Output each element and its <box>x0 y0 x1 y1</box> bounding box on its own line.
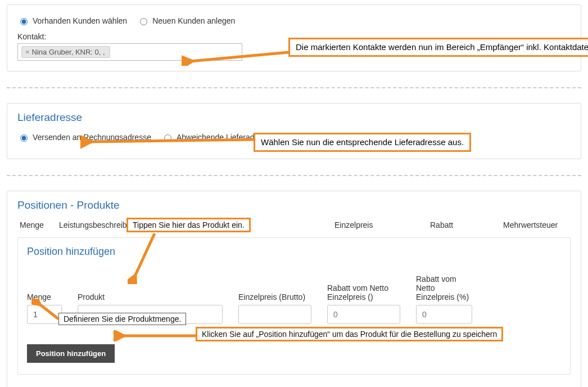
contact-tag-input[interactable]: × Nina Gruber, KNR: 0, , <box>17 43 242 61</box>
radio-existing-customer-input[interactable] <box>20 18 28 25</box>
field-einzelpreis: Einzelpreis (Brutto) <box>238 292 311 324</box>
callout-delivery: Wählen Sie nun die entsprechende Liefera… <box>254 133 471 152</box>
col-rabatt: Rabatt <box>430 220 497 230</box>
input-rabatt-pct[interactable] <box>416 305 472 324</box>
radio-existing-customer[interactable]: Vorhanden Kunden wählen <box>17 16 127 25</box>
label-menge: Menge <box>27 292 62 302</box>
add-position-subpanel: Position hinzufügen Menge Produkt Einzel… <box>17 237 571 375</box>
col-einzel: Einzelpreis <box>334 220 424 230</box>
col-mwst: Mehrwertsteuer <box>503 220 588 230</box>
delivery-panel: Lieferadresse Versenden an Rechnungsadre… <box>7 103 581 159</box>
section-divider <box>7 87 581 88</box>
label-rabatt-abs: Rabatt vom Netto Einzelpreis () <box>327 284 400 302</box>
contact-tag: × Nina Gruber, KNR: 0, , <box>21 46 110 58</box>
add-position-button[interactable]: Position hinzufügen <box>27 344 115 363</box>
positions-panel: Positionen - Produkte Menge Leistungsbes… <box>7 191 581 387</box>
radio-billing-label: Versenden an Rechnungsadresse <box>33 133 151 142</box>
radio-new-customer-input[interactable] <box>140 18 147 25</box>
radio-billing-input[interactable] <box>20 134 28 142</box>
radio-new-customer[interactable]: Neuen Kunden anlegen <box>137 16 235 25</box>
radio-billing-address[interactable]: Versenden an Rechnungsadresse <box>17 133 151 142</box>
col-menge: Menge <box>20 220 53 230</box>
callout-menge: Definieren Sie die Produktmenge. <box>58 313 186 325</box>
radio-other-input[interactable] <box>164 134 171 142</box>
contact-panel: Vorhanden Kunden wählen Neuen Kunden anl… <box>7 4 581 71</box>
positions-title: Positionen - Produkte <box>17 199 571 212</box>
input-rabatt-abs[interactable] <box>327 305 400 324</box>
radio-new-label: Neuen Kunden anlegen <box>152 16 235 25</box>
section-divider-2 <box>7 175 581 176</box>
label-produkt: Produkt <box>78 292 223 302</box>
callout-contact: Die markierten Kontakte werden nun im Be… <box>288 38 588 57</box>
positions-table-head: Menge Leistungsbeschreibung Einzelpreis … <box>17 220 571 230</box>
callout-produkt: Tippen Sie hier das Produkt ein. <box>126 218 251 232</box>
customer-radio-group: Vorhanden Kunden wählen Neuen Kunden anl… <box>17 16 571 25</box>
label-einzelpreis: Einzelpreis (Brutto) <box>238 292 311 302</box>
input-menge[interactable] <box>27 305 62 324</box>
input-einzelpreis[interactable] <box>238 305 311 324</box>
field-rabatt-pct: Rabatt vom Netto Einzelpreis (%) <box>416 274 472 324</box>
add-position-title: Position hinzufügen <box>27 246 561 258</box>
remove-tag-icon[interactable]: × <box>25 48 30 56</box>
label-rabatt-pct: Rabatt vom Netto Einzelpreis (%) <box>416 274 472 302</box>
field-rabatt-abs: Rabatt vom Netto Einzelpreis () <box>327 284 400 324</box>
contact-tag-value: Nina Gruber, KNR: 0, , <box>32 48 105 56</box>
callout-button: Klicken Sie auf „Position hinzufügen“ um… <box>196 327 503 341</box>
field-menge: Menge <box>27 292 62 324</box>
radio-existing-label: Vorhanden Kunden wählen <box>33 16 127 25</box>
delivery-title: Lieferadresse <box>17 111 571 124</box>
